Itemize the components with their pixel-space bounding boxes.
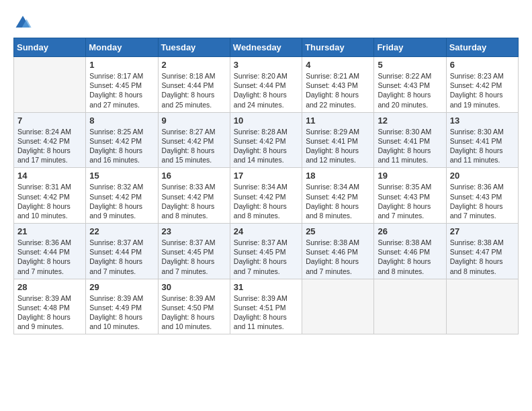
day-of-week-header: Sunday (14, 38, 86, 57)
calendar-cell: 1Sunrise: 8:17 AMSunset: 4:45 PMDaylight… (86, 57, 158, 113)
calendar-cell: 8Sunrise: 8:25 AMSunset: 4:42 PMDaylight… (86, 112, 158, 168)
calendar-cell: 17Sunrise: 8:34 AMSunset: 4:42 PMDayligh… (230, 168, 302, 224)
calendar-cell: 5Sunrise: 8:22 AMSunset: 4:43 PMDaylight… (374, 57, 446, 113)
day-number: 7 (17, 116, 82, 126)
calendar-cell: 31Sunrise: 8:39 AMSunset: 4:51 PMDayligh… (230, 279, 302, 334)
calendar-week-row: 7Sunrise: 8:24 AMSunset: 4:42 PMDaylight… (14, 112, 519, 168)
day-of-week-header: Saturday (446, 38, 518, 57)
day-number: 28 (17, 282, 82, 292)
day-info: Sunrise: 8:17 AMSunset: 4:45 PMDaylight:… (89, 71, 154, 109)
day-info: Sunrise: 8:36 AMSunset: 4:44 PMDaylight:… (17, 238, 82, 276)
day-number: 27 (450, 226, 515, 236)
day-info: Sunrise: 8:39 AMSunset: 4:49 PMDaylight:… (89, 293, 154, 332)
calendar-cell: 11Sunrise: 8:29 AMSunset: 4:41 PMDayligh… (302, 112, 374, 168)
calendar-cell: 6Sunrise: 8:23 AMSunset: 4:42 PMDaylight… (446, 57, 518, 113)
day-info: Sunrise: 8:25 AMSunset: 4:42 PMDaylight:… (89, 127, 154, 165)
calendar-cell: 15Sunrise: 8:32 AMSunset: 4:42 PMDayligh… (86, 168, 158, 224)
day-number: 10 (234, 116, 298, 126)
calendar-cell: 16Sunrise: 8:33 AMSunset: 4:42 PMDayligh… (158, 168, 230, 224)
day-number: 14 (17, 171, 82, 181)
logo-icon (13, 13, 32, 32)
calendar-cell: 24Sunrise: 8:37 AMSunset: 4:45 PMDayligh… (230, 224, 302, 279)
day-number: 21 (17, 226, 82, 236)
calendar-week-row: 21Sunrise: 8:36 AMSunset: 4:44 PMDayligh… (14, 224, 519, 279)
day-info: Sunrise: 8:27 AMSunset: 4:42 PMDaylight:… (162, 127, 226, 165)
day-info: Sunrise: 8:37 AMSunset: 4:45 PMDaylight:… (162, 238, 226, 276)
day-info: Sunrise: 8:38 AMSunset: 4:47 PMDaylight:… (450, 238, 515, 276)
calendar-cell: 18Sunrise: 8:34 AMSunset: 4:42 PMDayligh… (302, 168, 374, 224)
calendar-cell (302, 279, 374, 334)
day-info: Sunrise: 8:22 AMSunset: 4:43 PMDaylight:… (378, 71, 442, 109)
day-number: 9 (162, 116, 226, 126)
day-number: 19 (378, 171, 442, 181)
calendar-cell: 25Sunrise: 8:38 AMSunset: 4:46 PMDayligh… (302, 224, 374, 279)
calendar-cell: 4Sunrise: 8:21 AMSunset: 4:43 PMDaylight… (302, 57, 374, 113)
day-number: 29 (89, 282, 154, 292)
calendar-cell: 27Sunrise: 8:38 AMSunset: 4:47 PMDayligh… (446, 224, 518, 279)
calendar-cell: 29Sunrise: 8:39 AMSunset: 4:49 PMDayligh… (86, 279, 158, 334)
calendar-cell: 20Sunrise: 8:36 AMSunset: 4:43 PMDayligh… (446, 168, 518, 224)
calendar-cell: 26Sunrise: 8:38 AMSunset: 4:46 PMDayligh… (374, 224, 446, 279)
calendar-cell (374, 279, 446, 334)
calendar-cell: 7Sunrise: 8:24 AMSunset: 4:42 PMDaylight… (14, 112, 86, 168)
calendar-cell (14, 57, 86, 113)
calendar-header-row: SundayMondayTuesdayWednesdayThursdayFrid… (14, 38, 519, 57)
calendar-cell: 9Sunrise: 8:27 AMSunset: 4:42 PMDaylight… (158, 112, 230, 168)
day-info: Sunrise: 8:29 AMSunset: 4:41 PMDaylight:… (306, 127, 370, 165)
day-number: 31 (234, 282, 298, 292)
day-info: Sunrise: 8:36 AMSunset: 4:43 PMDaylight:… (450, 182, 515, 220)
day-info: Sunrise: 8:28 AMSunset: 4:42 PMDaylight:… (234, 127, 298, 165)
day-number: 22 (89, 226, 154, 236)
calendar-cell: 22Sunrise: 8:37 AMSunset: 4:44 PMDayligh… (86, 224, 158, 279)
day-info: Sunrise: 8:39 AMSunset: 4:48 PMDaylight:… (17, 293, 82, 332)
day-info: Sunrise: 8:30 AMSunset: 4:41 PMDaylight:… (450, 127, 515, 165)
calendar-cell: 12Sunrise: 8:30 AMSunset: 4:41 PMDayligh… (374, 112, 446, 168)
day-number: 5 (378, 60, 442, 70)
day-number: 23 (162, 226, 226, 236)
day-of-week-header: Wednesday (230, 38, 302, 57)
day-number: 12 (378, 116, 442, 126)
calendar-cell: 13Sunrise: 8:30 AMSunset: 4:41 PMDayligh… (446, 112, 518, 168)
page-header (13, 13, 519, 32)
calendar-cell: 10Sunrise: 8:28 AMSunset: 4:42 PMDayligh… (230, 112, 302, 168)
day-number: 16 (162, 171, 226, 181)
day-info: Sunrise: 8:38 AMSunset: 4:46 PMDaylight:… (306, 238, 370, 276)
day-info: Sunrise: 8:38 AMSunset: 4:46 PMDaylight:… (378, 238, 442, 276)
day-info: Sunrise: 8:33 AMSunset: 4:42 PMDaylight:… (162, 182, 226, 220)
day-info: Sunrise: 8:37 AMSunset: 4:45 PMDaylight:… (234, 238, 298, 276)
day-of-week-header: Tuesday (158, 38, 230, 57)
day-info: Sunrise: 8:39 AMSunset: 4:51 PMDaylight:… (234, 293, 298, 332)
calendar-week-row: 14Sunrise: 8:31 AMSunset: 4:42 PMDayligh… (14, 168, 519, 224)
day-number: 25 (306, 226, 370, 236)
calendar-cell: 21Sunrise: 8:36 AMSunset: 4:44 PMDayligh… (14, 224, 86, 279)
day-of-week-header: Monday (86, 38, 158, 57)
calendar-cell: 23Sunrise: 8:37 AMSunset: 4:45 PMDayligh… (158, 224, 230, 279)
day-number: 8 (89, 116, 154, 126)
day-info: Sunrise: 8:31 AMSunset: 4:42 PMDaylight:… (17, 182, 82, 220)
day-info: Sunrise: 8:30 AMSunset: 4:41 PMDaylight:… (378, 127, 442, 165)
calendar-cell: 3Sunrise: 8:20 AMSunset: 4:44 PMDaylight… (230, 57, 302, 113)
day-number: 18 (306, 171, 370, 181)
day-number: 2 (162, 60, 226, 70)
calendar-week-row: 28Sunrise: 8:39 AMSunset: 4:48 PMDayligh… (14, 279, 519, 334)
day-number: 1 (89, 60, 154, 70)
day-info: Sunrise: 8:34 AMSunset: 4:42 PMDaylight:… (234, 182, 298, 220)
calendar-cell: 19Sunrise: 8:35 AMSunset: 4:43 PMDayligh… (374, 168, 446, 224)
day-number: 3 (234, 60, 298, 70)
day-info: Sunrise: 8:21 AMSunset: 4:43 PMDaylight:… (306, 71, 370, 109)
day-of-week-header: Thursday (302, 38, 374, 57)
day-info: Sunrise: 8:18 AMSunset: 4:44 PMDaylight:… (162, 71, 226, 109)
day-info: Sunrise: 8:20 AMSunset: 4:44 PMDaylight:… (234, 71, 298, 109)
calendar-table: SundayMondayTuesdayWednesdayThursdayFrid… (13, 38, 519, 334)
day-number: 6 (450, 60, 515, 70)
day-info: Sunrise: 8:23 AMSunset: 4:42 PMDaylight:… (450, 71, 515, 109)
calendar-cell: 28Sunrise: 8:39 AMSunset: 4:48 PMDayligh… (14, 279, 86, 334)
calendar-cell: 2Sunrise: 8:18 AMSunset: 4:44 PMDaylight… (158, 57, 230, 113)
day-number: 26 (378, 226, 442, 236)
day-number: 30 (162, 282, 226, 292)
day-info: Sunrise: 8:24 AMSunset: 4:42 PMDaylight:… (17, 127, 82, 165)
calendar-cell: 14Sunrise: 8:31 AMSunset: 4:42 PMDayligh… (14, 168, 86, 224)
day-number: 17 (234, 171, 298, 181)
day-info: Sunrise: 8:37 AMSunset: 4:44 PMDaylight:… (89, 238, 154, 276)
calendar-cell (446, 279, 518, 334)
